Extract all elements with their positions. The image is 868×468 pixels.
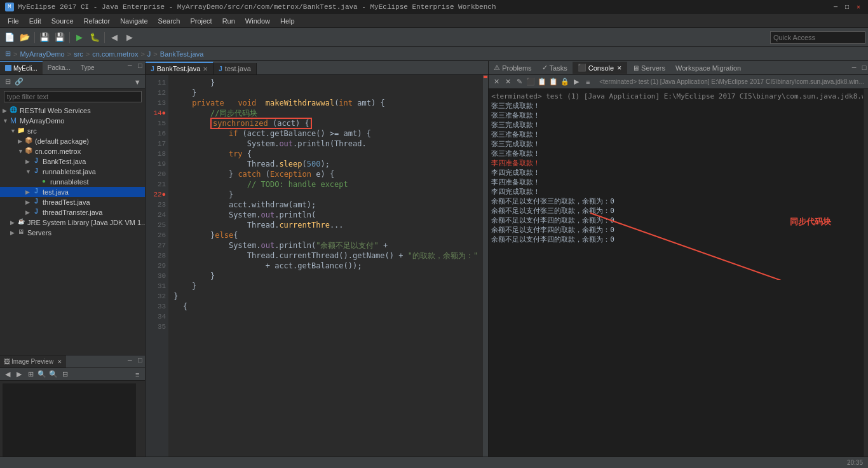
preview-menu-button[interactable]: ≡: [132, 369, 142, 380]
menu-item-source[interactable]: Source: [46, 16, 79, 26]
menu-item-help[interactable]: Help: [275, 16, 300, 26]
zoom-in-button[interactable]: 🔍: [37, 369, 47, 380]
menu-item-window[interactable]: Window: [240, 16, 275, 26]
main-area: MyEcli... Packa... Type ─ □ ⊟ 🔗 ▼: [0, 61, 868, 468]
class-icon: ●: [39, 177, 48, 186]
save-button[interactable]: 💾: [37, 31, 51, 45]
console-toolbar: ✕ ✕ ✎ ⬛ 📋 📋 🔒 ▶ ≡ <terminated> test (1) …: [489, 75, 868, 89]
menu-item-search[interactable]: Search: [153, 16, 186, 26]
terminate-button[interactable]: ✕: [491, 77, 501, 87]
tab-banktest[interactable]: J BankTest.java ✕: [146, 62, 214, 74]
tab-problems[interactable]: ⚠ Problems: [489, 62, 536, 74]
quick-access-input[interactable]: [770, 31, 865, 44]
remove-button[interactable]: ✕: [503, 77, 513, 87]
close-button[interactable]: ✕: [854, 3, 863, 11]
banktest-close[interactable]: ✕: [203, 65, 208, 72]
maximize-panel-button[interactable]: □: [135, 61, 145, 71]
minimize-button[interactable]: ─: [831, 3, 840, 11]
preview-maximize[interactable]: □: [135, 355, 145, 366]
tree-item-runnabletest-class[interactable]: ● runnabletest: [0, 177, 145, 187]
menu-item-run[interactable]: Run: [217, 16, 240, 26]
tab-package[interactable]: Packa...: [43, 61, 76, 74]
image-preview-panel: 🖼 Image Preview ✕ ─ □ ◀ ▶ ⊞ 🔍 🔍 ⊟ ≡: [0, 355, 145, 468]
tree-item-runnabletest[interactable]: ▼ J runnabletest.java: [0, 167, 145, 177]
save-all-button[interactable]: 💾: [53, 31, 67, 45]
tab-console[interactable]: ⬛ Console ✕: [573, 62, 627, 74]
view-menu-button[interactable]: ▼: [132, 77, 142, 87]
open-button[interactable]: 📂: [18, 31, 32, 45]
copy-button[interactable]: 📋: [537, 77, 547, 87]
tree-item-threadtest[interactable]: ▶ J threadTest.java: [0, 197, 145, 207]
editor-area: J BankTest.java ✕ J test.java 11 12 13 1…: [146, 61, 488, 468]
tab-test[interactable]: J test.java: [214, 63, 257, 74]
tab-image-preview[interactable]: 🖼 Image Preview ✕: [0, 355, 66, 368]
test-icon: J: [219, 65, 222, 72]
tree-label-restful: RESTful Web Services: [20, 107, 91, 114]
zoom-out-button[interactable]: 🔍: [48, 369, 58, 380]
code-editor[interactable]: } } private void makeWithdrawwal(int amt…: [168, 75, 483, 468]
tree-item-servers[interactable]: ▶ 🖥 Servers: [0, 228, 145, 238]
clear-button[interactable]: ⬛: [526, 77, 536, 87]
run-button[interactable]: ▶: [72, 31, 86, 45]
prev-image-button[interactable]: ◀: [3, 369, 13, 380]
minimize-panel-button[interactable]: ─: [125, 61, 135, 71]
tree-label-threadtranster: threadTranster.java: [43, 209, 102, 216]
problems-label: Problems: [502, 64, 531, 72]
collapse-all-button[interactable]: ⊟: [3, 77, 13, 87]
menu-item-file[interactable]: File: [3, 16, 24, 26]
tab-workspace-migration[interactable]: Workspace Migration: [670, 62, 746, 74]
tree-item-jre[interactable]: ▶ ☕ JRE System Library [Java JDK VM 1..: [0, 217, 145, 228]
tab-myeclipse[interactable]: MyEcli...: [0, 61, 43, 74]
bc-workspace[interactable]: ⊞: [5, 50, 11, 58]
code-line-27: }else{: [173, 230, 478, 240]
console-path: <terminated> test (1) [Java Application]…: [599, 78, 867, 85]
bc-package[interactable]: cn.com.metrox: [92, 50, 138, 58]
tree-item-default-pkg[interactable]: ▶ 📦 (default package): [0, 136, 145, 146]
back-button[interactable]: ◀: [107, 31, 121, 45]
tab-tasks[interactable]: ✓ Tasks: [537, 62, 573, 74]
right-panel-minimize[interactable]: ─: [849, 63, 859, 73]
servers-icon: 🖥: [632, 64, 639, 72]
forward-button[interactable]: ▶: [123, 31, 137, 45]
link-editor-button[interactable]: 🔗: [14, 77, 24, 87]
console-close[interactable]: ✕: [617, 65, 622, 71]
menu-item-navigate[interactable]: Navigate: [115, 16, 153, 26]
console-scrollbar[interactable]: [863, 89, 868, 468]
debug-button[interactable]: 🐛: [88, 31, 102, 45]
paste-button[interactable]: 📋: [548, 77, 559, 87]
console-line-14: 余额不足以支付李四的取款，余额为：0: [491, 225, 860, 235]
edit-button[interactable]: ✎: [514, 77, 524, 87]
new-button[interactable]: 📄: [3, 31, 17, 45]
console-output[interactable]: <terminated> test (1) [Java Application]…: [489, 89, 863, 468]
bc-type[interactable]: J: [147, 50, 151, 58]
tree-item-threadtranster[interactable]: ▶ J threadTranster.java: [0, 207, 145, 217]
bc-project[interactable]: MyArrayDemo: [20, 50, 64, 58]
preview-scrollbar[interactable]: [139, 381, 145, 468]
right-panel-maximize[interactable]: □: [859, 63, 868, 73]
menu-item-project[interactable]: Project: [185, 16, 217, 26]
tab-type[interactable]: Type: [76, 61, 100, 74]
maximize-button[interactable]: □: [843, 3, 851, 11]
tree-filter-input[interactable]: [4, 91, 142, 102]
tree-item-banktest[interactable]: ▶ J BankTest.java: [0, 156, 145, 167]
menu-console-button[interactable]: ≡: [583, 77, 593, 87]
menu-item-edit[interactable]: Edit: [24, 16, 46, 26]
bc-src[interactable]: src: [74, 50, 83, 58]
tree-item-src[interactable]: ▼ 📁 src: [0, 126, 145, 136]
actual-size-button[interactable]: ⊟: [60, 369, 70, 380]
console-line-4: 张三准备取款！: [491, 130, 860, 139]
preview-close[interactable]: ✕: [57, 359, 62, 365]
next-image-button[interactable]: ▶: [14, 369, 24, 380]
menu-item-refactor[interactable]: Refactor: [79, 16, 116, 26]
scroll-lock-button[interactable]: 🔒: [560, 77, 570, 87]
bc-file[interactable]: BankTest.java: [160, 50, 203, 58]
tree-item-myarraydemo[interactable]: ▼ M MyArrayDemo: [0, 116, 145, 126]
tab-servers[interactable]: 🖥 Servers: [627, 62, 670, 74]
tree-item-pkg-metrox[interactable]: ▼ 📦 cn.com.metrox: [0, 146, 145, 156]
run-console-button[interactable]: ▶: [571, 77, 581, 87]
tree-item-testjava[interactable]: ▶ J test.java: [0, 187, 145, 197]
workspace-migration-label: Workspace Migration: [675, 64, 741, 72]
fit-button[interactable]: ⊞: [25, 369, 36, 380]
preview-minimize[interactable]: ─: [125, 355, 135, 366]
tree-item-restful[interactable]: ▶ 🌐 RESTful Web Services: [0, 106, 145, 116]
